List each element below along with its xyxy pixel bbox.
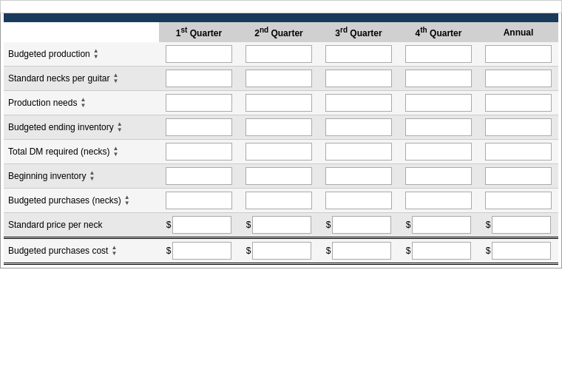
spinner-icon[interactable]: ▲▼: [117, 121, 123, 133]
number-input[interactable]: [485, 143, 552, 160]
q4-cell[interactable]: [399, 189, 478, 213]
number-input[interactable]: [166, 94, 232, 112]
annual-cell[interactable]: [478, 189, 558, 213]
spinner-icon[interactable]: ▲▼: [124, 195, 130, 206]
dollar-input[interactable]: [492, 242, 551, 260]
annual-cell[interactable]: $: [478, 213, 558, 238]
q4-cell[interactable]: [399, 67, 478, 91]
q3-cell[interactable]: $: [319, 238, 399, 264]
number-input[interactable]: [246, 94, 312, 112]
q2-cell[interactable]: $: [239, 238, 319, 264]
row-label-text: Production needs: [8, 98, 77, 108]
number-input[interactable]: [246, 167, 312, 185]
dollar-input[interactable]: [252, 242, 311, 260]
number-input[interactable]: [166, 143, 232, 160]
q3-cell[interactable]: [319, 91, 399, 115]
number-input[interactable]: [246, 192, 312, 209]
q3-cell[interactable]: [319, 42, 399, 67]
q4-cell[interactable]: $: [399, 213, 478, 238]
number-input[interactable]: [485, 70, 552, 87]
dollar-input[interactable]: [412, 216, 471, 234]
q2-cell[interactable]: $: [239, 213, 319, 238]
table-row: Standard necks per guitar▲▼: [4, 67, 558, 91]
q1-cell[interactable]: [159, 115, 239, 140]
q3-cell[interactable]: [319, 140, 399, 164]
q4-cell[interactable]: [399, 91, 478, 115]
q4-cell[interactable]: [399, 140, 478, 164]
number-input[interactable]: [325, 45, 392, 63]
q4-cell[interactable]: $: [399, 238, 478, 264]
spinner-icon[interactable]: ▲▼: [112, 146, 118, 158]
dollar-input[interactable]: [172, 216, 231, 234]
number-input[interactable]: [405, 167, 472, 185]
q2-cell[interactable]: [239, 115, 319, 140]
number-input[interactable]: [485, 94, 552, 112]
dollar-input[interactable]: [252, 216, 311, 234]
number-input[interactable]: [485, 167, 552, 185]
dollar-input[interactable]: [332, 242, 391, 260]
dollar-input[interactable]: [332, 216, 391, 234]
q3-cell[interactable]: [319, 189, 399, 213]
q1-cell[interactable]: [159, 91, 239, 115]
annual-cell[interactable]: [478, 91, 558, 115]
q2-cell[interactable]: [239, 189, 319, 213]
number-input[interactable]: [405, 118, 472, 136]
number-input[interactable]: [246, 118, 312, 136]
q4-cell[interactable]: [399, 115, 478, 140]
number-input[interactable]: [325, 167, 392, 185]
number-input[interactable]: [485, 192, 552, 209]
q1-cell[interactable]: [159, 140, 239, 164]
spinner-icon[interactable]: ▲▼: [93, 48, 99, 60]
annual-cell[interactable]: [478, 164, 558, 189]
spinner-icon[interactable]: ▲▼: [80, 97, 86, 109]
q2-cell[interactable]: [239, 42, 319, 67]
dollar-input[interactable]: [412, 242, 471, 260]
number-input[interactable]: [166, 167, 232, 185]
number-input[interactable]: [246, 143, 312, 160]
annual-cell[interactable]: [478, 67, 558, 91]
q1-cell[interactable]: [159, 42, 239, 67]
q1-cell[interactable]: [159, 67, 239, 91]
q3-cell[interactable]: [319, 115, 399, 140]
q2-cell[interactable]: [239, 67, 319, 91]
annual-cell[interactable]: $: [478, 238, 558, 264]
q2-cell[interactable]: [239, 140, 319, 164]
spinner-icon[interactable]: ▲▼: [89, 170, 95, 182]
number-input[interactable]: [405, 45, 472, 63]
number-input[interactable]: [405, 70, 472, 87]
number-input[interactable]: [166, 192, 232, 209]
number-input[interactable]: [246, 45, 312, 63]
annual-cell[interactable]: [478, 42, 558, 67]
number-input[interactable]: [485, 45, 552, 63]
q2-cell[interactable]: [239, 91, 319, 115]
number-input[interactable]: [166, 118, 232, 136]
dollar-input[interactable]: [492, 216, 551, 234]
q1-cell[interactable]: [159, 164, 239, 189]
q1-cell[interactable]: $: [159, 213, 239, 238]
q3-cell[interactable]: [319, 67, 399, 91]
number-input[interactable]: [325, 143, 392, 160]
number-input[interactable]: [166, 45, 232, 63]
number-input[interactable]: [166, 70, 232, 87]
annual-cell[interactable]: [478, 140, 558, 164]
number-input[interactable]: [246, 70, 312, 87]
dollar-input[interactable]: [172, 242, 231, 260]
number-input[interactable]: [325, 192, 392, 209]
q2-cell[interactable]: [239, 164, 319, 189]
number-input[interactable]: [405, 94, 472, 112]
number-input[interactable]: [325, 94, 392, 112]
q1-cell[interactable]: [159, 189, 239, 213]
number-input[interactable]: [325, 70, 392, 87]
number-input[interactable]: [405, 143, 472, 160]
q3-cell[interactable]: $: [319, 213, 399, 238]
number-input[interactable]: [485, 118, 552, 136]
number-input[interactable]: [325, 118, 392, 136]
spinner-icon[interactable]: ▲▼: [111, 245, 117, 257]
q3-cell[interactable]: [319, 164, 399, 189]
spinner-icon[interactable]: ▲▼: [112, 72, 118, 84]
q4-cell[interactable]: [399, 42, 478, 67]
annual-cell[interactable]: [478, 115, 558, 140]
q1-cell[interactable]: $: [159, 238, 239, 264]
q4-cell[interactable]: [399, 164, 478, 189]
number-input[interactable]: [405, 192, 472, 209]
